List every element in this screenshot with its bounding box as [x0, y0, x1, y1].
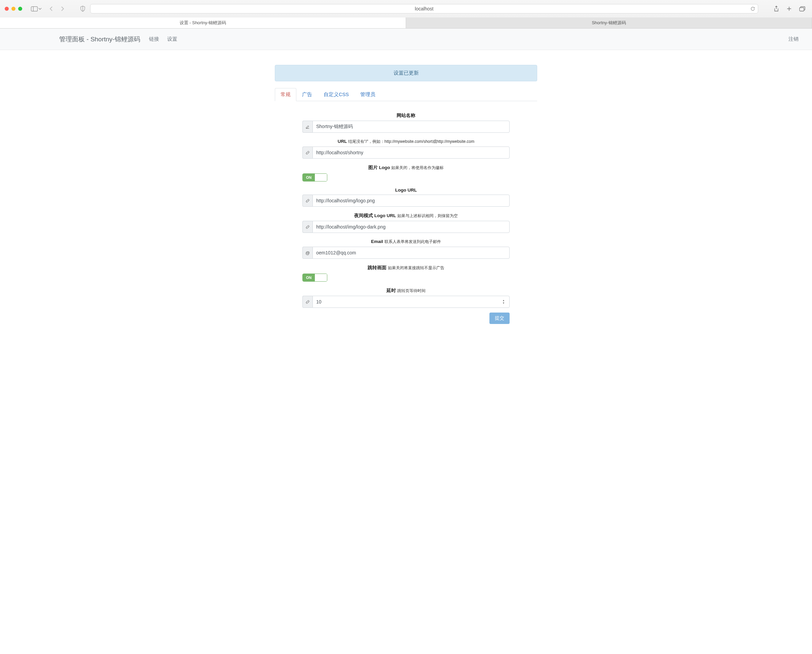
link-icon	[302, 296, 313, 308]
back-button[interactable]	[47, 5, 55, 13]
at-icon: @	[302, 247, 313, 259]
site-name-group	[302, 121, 510, 133]
minimize-window-button[interactable]	[11, 7, 15, 11]
browser-chrome: localhost 设置 - Shortny-锦鲤源码 Shortny-锦鲤源码	[0, 0, 812, 29]
share-button[interactable]	[772, 5, 781, 13]
url-label: URL 结尾没有"/"，例如：http://mywebsite.com/shor…	[302, 139, 510, 145]
browser-tab-title: Shortny-锦鲤源码	[592, 20, 626, 26]
url-group	[302, 147, 510, 159]
zoom-window-button[interactable]	[18, 7, 22, 11]
logo-url-group	[302, 195, 510, 207]
edit-icon	[302, 121, 313, 133]
alert-text: 设置已更新	[394, 70, 419, 76]
svg-rect-0	[31, 6, 38, 11]
site-name-input[interactable]	[313, 121, 510, 133]
email-label: Email 联系人表单将发送到此电子邮件	[302, 239, 510, 244]
image-logo-toggle[interactable]: ON	[302, 173, 327, 182]
dark-logo-url-label: 夜间模式 Logo URL 如果与上述标识相同，则保留为空	[302, 213, 510, 219]
logo-url-label: Logo URL	[302, 188, 510, 193]
settings-tabs: 常规 广告 自定义CSS 管理员	[275, 88, 537, 101]
site-name-label: 网站名称	[302, 113, 510, 119]
success-alert: 设置已更新	[275, 65, 537, 81]
page-content: 设置已更新 常规 广告 自定义CSS 管理员 网站名称 URL 结尾没有"/"，…	[271, 65, 541, 324]
tab-admin[interactable]: 管理员	[354, 88, 381, 101]
sidebar-toggle-button[interactable]	[29, 5, 44, 13]
delay-input[interactable]	[313, 296, 510, 308]
link-icon	[302, 147, 313, 159]
browser-tab[interactable]: 设置 - Shortny-锦鲤源码	[0, 17, 406, 28]
delay-group: ▴▾	[302, 296, 510, 308]
address-bar[interactable]: localhost	[90, 4, 758, 14]
privacy-shield-icon[interactable]	[80, 6, 86, 12]
address-text: localhost	[415, 6, 433, 11]
tab-overview-button[interactable]	[797, 5, 807, 13]
window-controls	[5, 7, 22, 11]
link-icon	[302, 195, 313, 207]
new-tab-button[interactable]	[784, 5, 794, 13]
url-input[interactable]	[313, 147, 510, 159]
tab-general[interactable]: 常规	[275, 88, 296, 101]
splash-toggle[interactable]: ON	[302, 274, 327, 282]
dark-logo-url-input[interactable]	[313, 221, 510, 233]
browser-tab[interactable]: Shortny-锦鲤源码	[406, 17, 812, 28]
browser-tab-strip: 设置 - Shortny-锦鲤源码 Shortny-锦鲤源码	[0, 17, 812, 28]
image-logo-label: 图片 Logo 如果关闭，将使用名作为徽标	[302, 165, 510, 171]
chevron-down-icon	[38, 8, 42, 10]
splash-label: 跳转画面 如果关闭将直接跳转不显示广告	[302, 265, 510, 271]
logo-url-input[interactable]	[313, 195, 510, 207]
brand-title: 管理面板 - Shortny-锦鲤源码	[59, 35, 140, 44]
settings-form: 网站名称 URL 结尾没有"/"，例如：http://mywebsite.com…	[275, 101, 537, 324]
browser-tab-title: 设置 - Shortny-锦鲤源码	[179, 20, 227, 26]
forward-button[interactable]	[58, 5, 67, 13]
email-input[interactable]	[313, 247, 510, 259]
tab-custom-css[interactable]: 自定义CSS	[318, 88, 354, 101]
number-stepper-icon[interactable]: ▴▾	[503, 297, 507, 307]
tab-ads[interactable]: 广告	[296, 88, 318, 101]
nav-link-links[interactable]: 链接	[149, 36, 159, 42]
email-group: @	[302, 247, 510, 259]
delay-label: 延时 跳转页等待时间	[302, 288, 510, 294]
link-icon	[302, 221, 313, 233]
reload-icon[interactable]	[751, 6, 755, 11]
svg-rect-2	[800, 8, 804, 11]
submit-button[interactable]: 提交	[489, 313, 510, 324]
browser-toolbar: localhost	[0, 0, 812, 17]
nav-link-logout[interactable]: 注销	[789, 36, 798, 42]
app-navbar: 管理面板 - Shortny-锦鲤源码 链接 设置 注销	[0, 29, 812, 50]
close-window-button[interactable]	[5, 7, 9, 11]
dark-logo-url-group	[302, 221, 510, 233]
nav-link-settings[interactable]: 设置	[167, 36, 177, 42]
